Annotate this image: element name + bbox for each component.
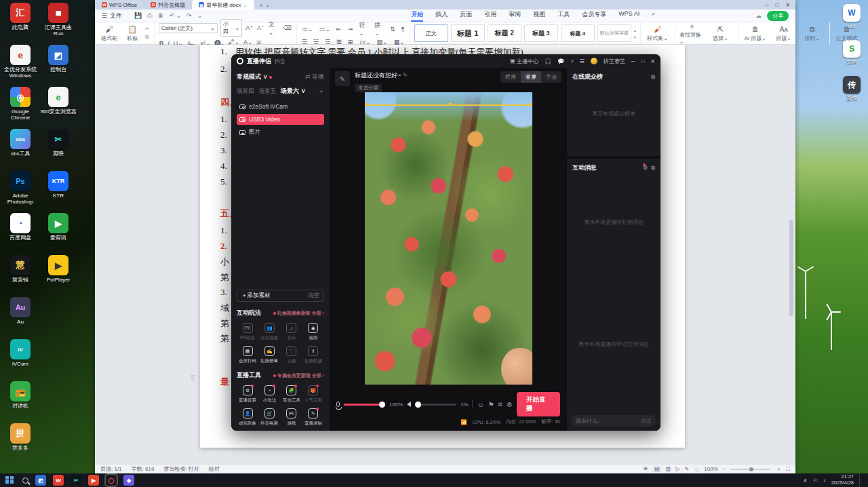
- desktop-icon[interactable]: ◎Google Chrome: [1, 87, 39, 129]
- mark-icon[interactable]: ¶: [401, 26, 406, 33]
- edit-title-icon[interactable]: ✎: [403, 72, 408, 79]
- tool-item[interactable]: 👤虚拟形象: [237, 408, 258, 427]
- official-doc-mode-button[interactable]: 🗎公文模式: [834, 25, 860, 42]
- copy-icon[interactable]: ⧉: [145, 34, 150, 41]
- desktop-icon[interactable]: ◔百度网盘: [1, 213, 39, 255]
- tab-document[interactable]: ▤最华新建.docx⌄: [192, 0, 254, 9]
- text-effect-icon[interactable]: 文⌄: [268, 20, 280, 36]
- select-button[interactable]: ⇱选择⌄: [708, 25, 734, 42]
- menu-review[interactable]: 审阅: [509, 10, 521, 22]
- clear-format-icon[interactable]: ⌫: [282, 24, 292, 31]
- font-size-select[interactable]: 小四⌄: [220, 19, 242, 37]
- start-streaming-button[interactable]: 开始直播: [517, 392, 560, 416]
- menu-member[interactable]: 会员专享: [582, 10, 606, 22]
- find-replace-button[interactable]: ⌕查找替换⌄: [679, 22, 705, 45]
- read-mode-icon[interactable]: ▷: [675, 466, 679, 472]
- video-preview[interactable]: [365, 92, 532, 385]
- play-item[interactable]: 👥语音连麦: [258, 323, 280, 341]
- network-icon[interactable]: ⚐: [812, 478, 817, 484]
- scene-tab-active[interactable]: 场景六 ∨: [281, 87, 306, 96]
- menu-icon[interactable]: ☰: [580, 58, 585, 64]
- zoom-in-icon[interactable]: ＋: [776, 465, 781, 473]
- transform-guide-line[interactable]: [365, 104, 532, 106]
- sort-icon[interactable]: ⇅: [389, 26, 396, 33]
- menu-view[interactable]: 视图: [533, 10, 545, 22]
- scene-tab[interactable]: 场景五: [259, 87, 277, 96]
- indent-icon[interactable]: ⇥: [347, 26, 354, 33]
- settings-icon[interactable]: ⚙: [507, 401, 513, 408]
- zoom-slider[interactable]: [730, 469, 771, 470]
- tool-item[interactable]: 🧩互动工具: [281, 385, 302, 404]
- undo-icon[interactable]: ↶ ⌄: [170, 12, 182, 20]
- save-icon[interactable]: 💾: [134, 12, 142, 20]
- taskbar-app-explorer[interactable]: ◩: [35, 475, 46, 486]
- desktop-icon[interactable]: e全优分发系统 Windows: [1, 45, 39, 87]
- desktop-icon[interactable]: 传互传: [837, 76, 867, 101]
- bullet-list-icon[interactable]: ≔⌄: [301, 26, 314, 33]
- tool-item[interactable]: 🎮游戏: [281, 408, 302, 427]
- play-item[interactable]: ◉福袋: [302, 323, 324, 341]
- play-item[interactable]: ⬆礼物投放: [302, 346, 324, 364]
- taskbar-app-tool[interactable]: ◆: [123, 475, 134, 486]
- volume-icon[interactable]: ♪: [823, 478, 826, 484]
- cut-icon[interactable]: ✂: [145, 26, 150, 32]
- desktop-icon[interactable]: 汇此电脑: [1, 3, 39, 45]
- hidden-icons-chevron[interactable]: ∧: [804, 478, 808, 484]
- source-item[interactable]: e2eSoft iVCam: [237, 101, 324, 112]
- user-avatar[interactable]: [591, 58, 597, 64]
- minimize-button[interactable]: ─: [765, 2, 769, 8]
- clear-button[interactable]: 清空: [308, 292, 319, 300]
- desktop-icon[interactable]: ✂剪映: [39, 129, 77, 171]
- orientation-portrait[interactable]: 竖屏: [521, 71, 541, 83]
- desktop-icon[interactable]: ▶PotPlayer: [39, 255, 77, 297]
- taskbar-search-icon[interactable]: [22, 478, 28, 484]
- scene-switch-icon[interactable]: ⚑: [488, 401, 494, 408]
- play-item[interactable]: ✍礼物榜单: [258, 346, 280, 364]
- share-button[interactable]: 分享: [767, 11, 789, 21]
- tool-item[interactable]: ✎直播录制: [302, 408, 324, 427]
- paste-button[interactable]: 📋粘贴: [122, 25, 142, 42]
- play-item[interactable]: ▦全屏打码: [237, 346, 258, 364]
- sync-icon[interactable]: ☁: [755, 12, 762, 19]
- preview-icon[interactable]: 🗎: [158, 12, 164, 20]
- close-button[interactable]: ✕: [650, 58, 655, 64]
- source-item[interactable]: 图片: [237, 127, 324, 138]
- style-set-button[interactable]: 🖌样式集⌄: [645, 25, 671, 42]
- style-heading3[interactable]: 标题 3: [524, 24, 558, 42]
- file-menu[interactable]: ☰文件: [95, 12, 129, 20]
- maximize-button[interactable]: □: [775, 2, 778, 8]
- director-mode-button[interactable]: ⇄ 导播: [305, 73, 324, 81]
- tool-item[interactable]: 🛒抖音电商: [258, 408, 280, 427]
- eye-protect-icon[interactable]: 👁: [643, 466, 648, 472]
- menu-wps-ai[interactable]: WPS AI: [618, 10, 639, 22]
- vertical-scrollbar[interactable]: [789, 45, 794, 464]
- style-heading1[interactable]: 标题 1: [451, 24, 485, 42]
- desktop-icon[interactable]: 拼拼多多: [1, 423, 39, 465]
- play-badge[interactable]: 礼物视频焕新装 全部 ›: [272, 310, 324, 317]
- page-view-icon[interactable]: ▥: [666, 466, 671, 472]
- word-count[interactable]: 字数: 619: [132, 465, 155, 473]
- taskbar-app-live-companion[interactable]: ◯: [106, 475, 117, 486]
- menu-home[interactable]: 开始: [411, 10, 423, 22]
- desktop-icon[interactable]: ▶爱剪辑: [39, 213, 77, 255]
- desktop-icon[interactable]: ◩控制台: [39, 45, 77, 87]
- orientation-landscape[interactable]: 横屏: [500, 71, 521, 83]
- desktop-icon[interactable]: e360安全浏览器: [39, 87, 77, 129]
- category-selector[interactable]: 未选分类: [355, 84, 382, 92]
- play-item[interactable]: PKPK玩法: [237, 323, 258, 341]
- feedback-icon[interactable]: 💬: [557, 58, 564, 64]
- decrease-font-icon[interactable]: A⁻: [256, 24, 265, 31]
- style-default-font[interactable]: 默认段落字体: [597, 24, 631, 42]
- play-item[interactable]: ♫音乐: [281, 323, 302, 341]
- more-icon[interactable]: ⌄: [197, 12, 203, 20]
- stream-title[interactable]: 标题还没有想好~: [355, 72, 401, 79]
- anchor-center-button[interactable]: ▣ 主播中心: [510, 58, 538, 65]
- format-painter-button[interactable]: 🖌格式刷: [99, 25, 119, 42]
- expand-icon[interactable]: ⧉: [651, 165, 655, 172]
- start-button[interactable]: [5, 476, 14, 485]
- tool-item[interactable]: ◔小玩法: [258, 385, 280, 404]
- desktop-icon[interactable]: AuAu: [1, 297, 39, 339]
- redo-icon[interactable]: ↷: [186, 12, 192, 20]
- tools-badge[interactable]: 专属会员更新啦 全部 ›: [272, 372, 324, 379]
- desktop-icon[interactable]: 📻对讲机: [1, 381, 39, 423]
